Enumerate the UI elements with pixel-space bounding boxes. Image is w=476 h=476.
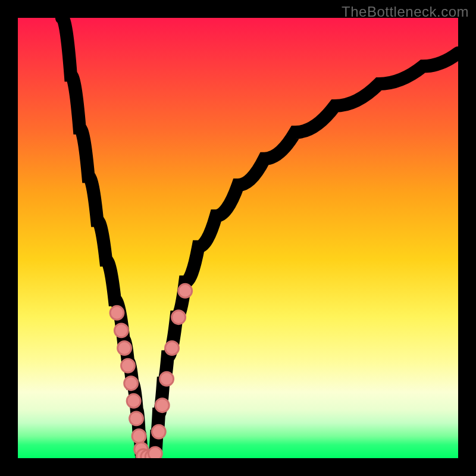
plot-area <box>18 18 458 458</box>
marker-dot <box>130 412 143 425</box>
chart-container: TheBottleneck.com <box>0 0 476 476</box>
watermark-text: TheBottleneck.com <box>342 4 469 20</box>
marker-dot <box>160 372 174 386</box>
marker-dot <box>124 377 138 390</box>
marker-dot <box>165 342 179 355</box>
marker-dot <box>155 399 169 412</box>
marker-dot <box>118 342 131 355</box>
marker-dot <box>148 447 162 458</box>
marker-dot <box>114 324 128 337</box>
right-branch-curve <box>154 53 458 458</box>
marker-dot <box>172 311 186 324</box>
marker-dot <box>132 430 146 443</box>
marker-dot <box>121 359 135 372</box>
curve-layer <box>62 18 458 458</box>
marker-dot <box>152 425 165 439</box>
marker-dot <box>127 394 140 408</box>
chart-svg <box>18 18 458 458</box>
left-branch-curve <box>62 18 142 458</box>
marker-dot <box>110 306 124 320</box>
marker-dot <box>178 284 192 298</box>
